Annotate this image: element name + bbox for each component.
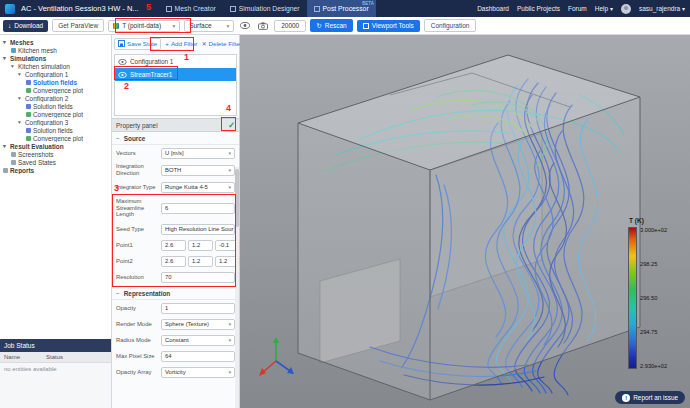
tree-item-configuration-1[interactable]: ▾Configuration 1 [0,70,111,78]
radius-mode-select[interactable]: Constant▾ [161,335,235,346]
column-status: Status [46,354,63,360]
point2-y-input[interactable] [188,256,213,267]
opacity-input[interactable] [161,303,235,314]
representation-select[interactable]: Surface ▾ [184,20,234,32]
integration-direction-select[interactable]: BOTH▾ [161,165,235,176]
max-pixel-size-input[interactable] [161,351,235,362]
section-representation[interactable]: − Representation [112,287,239,300]
avatar[interactable] [621,4,631,14]
get-paraview-button[interactable]: Get ParaView [52,19,104,32]
row-point2: Point2 [112,253,239,269]
tree-item-saved-states[interactable]: Saved States [0,158,111,166]
property-panel-scrollbar[interactable] [235,167,239,408]
filter-row-streamtracer1[interactable]: StreamTracer1 [115,68,236,81]
tree-item-solution-fields-1[interactable]: Solution fields [0,78,111,86]
resolution-input[interactable] [161,272,235,283]
convergence-plot-icon [26,88,31,93]
caret-down-icon[interactable]: ▾ [18,71,23,77]
apply-check-icon[interactable]: ✓ [228,120,235,130]
point1-y-input[interactable] [188,240,213,251]
tree-item-convergence-plot-3[interactable]: Convergence plot [0,134,111,142]
caret-down-icon[interactable]: ▾ [3,39,8,45]
visibility-icon[interactable] [238,19,252,32]
collapse-icon[interactable]: − [116,290,120,297]
user-menu[interactable]: sasu_rajendra ▾ [639,5,685,12]
tab-label: Simulation Designer [239,5,300,12]
job-status-columns: Name Status [0,352,111,363]
caret-down-icon[interactable]: ▾ [18,95,23,101]
tree-item-convergence-plot-2[interactable]: Convergence plot [0,110,111,118]
room-left-face [298,123,430,400]
seed-type-select[interactable]: High Resolution Line Sour▾ [161,224,235,235]
column-name: Name [0,354,46,360]
add-filter-button[interactable]: + Add Filter [165,40,197,47]
nav-dashboard[interactable]: Dashboard [477,5,509,12]
tree-item-convergence-plot-1[interactable]: Convergence plot [0,86,111,94]
tree-item-reports[interactable]: Reports [0,166,111,174]
tab-simulation-designer[interactable]: Simulation Designer [223,0,307,17]
save-state-button[interactable]: Save State [114,38,161,50]
vectors-select[interactable]: U [m/s]▾ [161,148,235,159]
convergence-plot-icon [26,136,31,141]
download-button[interactable]: ↓ Download [3,20,48,32]
caret-down-icon[interactable]: ▾ [11,63,16,69]
collapse-icon[interactable]: − [116,135,120,142]
tree-item-meshes[interactable]: ▾Meshes [0,38,111,46]
caret-down-icon[interactable]: ▾ [3,55,8,61]
max-streamline-length-input[interactable] [161,203,235,214]
opacity-array-select[interactable]: Vorticity▾ [161,367,235,378]
3d-viewport[interactable]: T (K) 3.000e+02 298.25 296.50 294.75 2.9… [240,35,690,408]
streamlines-scene[interactable] [240,35,690,408]
chevron-down-icon: ▾ [228,321,231,327]
render-mode-select[interactable]: Sphere (Texture)▾ [161,319,235,330]
tree-item-screenshots[interactable]: Screenshots [0,150,111,158]
legend-tick: 296.50 [640,295,657,301]
point-count[interactable]: 20000 [274,20,306,32]
tree-item-kitchen-mesh[interactable]: Kitchen mesh [0,46,111,54]
simulation-designer-icon [230,6,236,12]
row-max-pixel-size: Max Pixel Size [112,348,239,364]
tree-item-configuration-3[interactable]: ▾Configuration 3 [0,118,111,126]
report-issue-button[interactable]: ! Report an issue [615,391,685,404]
integrator-type-select[interactable]: Runge Kutta 4-5▾ [161,182,235,193]
solution-fields-icon [26,104,31,109]
screenshot-camera-icon[interactable] [256,19,270,32]
tab-post-processor[interactable]: Post Processor BETA [307,0,376,17]
color-field-select[interactable]: T (point-data) ▾ [108,20,180,32]
app-logo-icon[interactable] [5,4,15,14]
nav-forum[interactable]: Forum [568,5,587,12]
point1-x-input[interactable] [161,240,186,251]
filter-row-configuration-1[interactable]: Configuration 1 [115,55,236,68]
tree-item-simulations[interactable]: ▾Simulations [0,54,111,62]
chevron-down-icon: ▾ [610,6,613,12]
tree-item-result-evaluation[interactable]: ▾Result Evaluation [0,142,111,150]
row-opacity: Opacity [112,300,239,316]
mesh-icon [11,48,16,53]
tree-item-solution-fields-3[interactable]: Solution fields [0,126,111,134]
row-resolution: Resolution [112,269,239,285]
viewport-tools-button[interactable]: Viewport Tools [357,20,420,32]
tree-item-solution-fields-2[interactable]: Solution fields [0,102,111,110]
legend-title: T (K) [629,217,686,224]
row-opacity-array: Opacity Array Vorticity▾ [112,364,239,380]
chevron-down-icon: ▾ [228,184,231,190]
nav-public-projects[interactable]: Public Projects [517,5,560,12]
chevron-down-icon: ▾ [172,23,175,29]
tree-item-kitchen-simulation[interactable]: ▾Kitchen simulation [0,62,111,70]
solution-fields-icon [26,80,31,85]
section-source[interactable]: − Source [112,132,239,145]
scrollbar-thumb[interactable] [235,169,239,227]
row-vectors: Vectors U [m/s]▾ [112,145,239,161]
caret-down-icon[interactable]: ▾ [18,119,23,125]
rescan-button[interactable]: ↻ Rescan [310,19,353,32]
job-status-header: Job Status [0,339,111,352]
caret-down-icon[interactable]: ▾ [3,143,8,149]
convergence-plot-icon [26,112,31,117]
filter-toolbar: Save State + Add Filter ✕ Delete Filter [112,35,239,52]
configuration-button[interactable]: Configuration [424,19,477,32]
point2-x-input[interactable] [161,256,186,267]
tree-item-configuration-2[interactable]: ▾Configuration 2 [0,94,111,102]
nav-help[interactable]: Help ▾ [595,5,613,12]
tab-mesh-creator[interactable]: Mesh Creator [159,0,223,17]
delete-filter-button[interactable]: ✕ Delete Filter [201,40,242,47]
